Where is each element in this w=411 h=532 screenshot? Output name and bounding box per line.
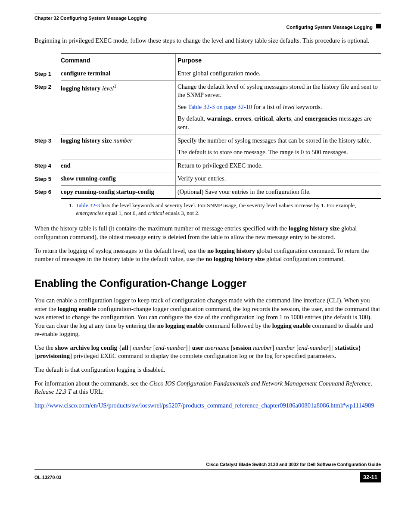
col-purpose: Purpose (176, 54, 381, 67)
footer-title: Cisco Catalyst Blade Switch 3130 and 303… (34, 461, 381, 467)
col-command: Command (61, 54, 176, 67)
table-row: Step 6copy running-config startup-config… (34, 185, 381, 199)
section-label: Configuring System Message Logging (286, 24, 373, 31)
command-cell: logging history level1 (61, 80, 176, 134)
command-cell: logging history size number (61, 134, 176, 159)
purpose-cell: Specify the number of syslog messages th… (176, 134, 381, 159)
footer-doc-id: OL-13270-03 (34, 474, 61, 480)
intro-paragraph: Beginning in privileged EXEC mode, follo… (34, 37, 381, 45)
steps-table: Command Purpose Step 1configure terminal… (34, 53, 381, 199)
command-cell: copy running-config startup-config (61, 185, 176, 199)
table-row: Step 3logging history size numberSpecify… (34, 134, 381, 159)
command-cell: show running-config (61, 172, 176, 186)
sec-p2: Use the show archive log config {all | n… (34, 344, 381, 361)
xref-link[interactable]: Table 32-3 on page 32-10 (188, 103, 252, 110)
sec-p1: You can enable a configuration logger to… (34, 296, 381, 339)
footnote-link[interactable]: Table 32-3 (76, 202, 100, 208)
table-row: Step 1configure terminalEnter global con… (34, 67, 381, 81)
sec-url: http://www.cisco.com/en/US/products/sw/i… (34, 401, 381, 410)
step-number: Step 2 (34, 80, 61, 134)
table-footnote: 1. Table 32-3 lists the level keywords a… (69, 202, 381, 217)
purpose-cell: Enter global configuration mode. (176, 67, 381, 81)
sec-p3: The default is that configuration loggin… (34, 366, 381, 374)
header-square-icon (376, 24, 381, 28)
reference-url[interactable]: http://www.cisco.com/en/US/products/sw/i… (34, 402, 374, 409)
table-row: Step 5show running-configVerify your ent… (34, 172, 381, 186)
command-cell: end (61, 159, 176, 172)
chapter-label: Chapter 32 Configuring System Message Lo… (34, 15, 381, 22)
table-row: Step 4endReturn to privileged EXEC mode. (34, 159, 381, 172)
after-table-p1: When the history table is full (it conta… (34, 224, 381, 241)
sec-p4: For information about the commands, see … (34, 380, 381, 396)
step-number: Step 6 (34, 185, 61, 199)
footer-page-number: 32-11 (360, 472, 381, 482)
purpose-cell: Change the default level of syslog messa… (176, 80, 381, 134)
after-table-p2: To return the logging of syslog messages… (34, 247, 381, 264)
page-footer: Cisco Catalyst Blade Switch 3130 and 303… (34, 461, 381, 470)
purpose-cell: Return to privileged EXEC mode. (176, 159, 381, 172)
command-cell: configure terminal (61, 67, 176, 81)
purpose-cell: (Optional) Save your entries in the conf… (176, 185, 381, 199)
section-heading: Enabling the Configuration-Change Logger (34, 277, 381, 290)
step-number: Step 4 (34, 159, 61, 172)
step-number: Step 5 (34, 172, 61, 186)
table-row: Step 2logging history level1Change the d… (34, 80, 381, 134)
page-header: Chapter 32 Configuring System Message Lo… (34, 13, 381, 31)
purpose-cell: Verify your entries. (176, 172, 381, 186)
step-number: Step 3 (34, 134, 61, 159)
step-number: Step 1 (34, 67, 61, 81)
